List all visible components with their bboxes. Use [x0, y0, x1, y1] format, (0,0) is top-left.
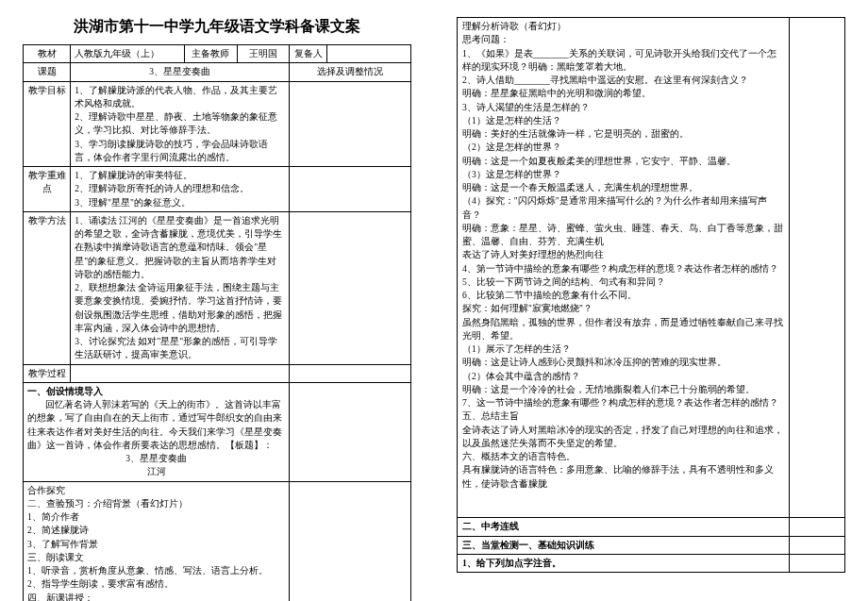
value-topic: 3、星星变奏曲 — [71, 63, 290, 81]
analysis-line: 表达了诗人对美好理想的热烈向往 — [462, 248, 784, 261]
analysis-line: （1）展示了怎样的生活？ — [462, 342, 784, 356]
value-textbook: 人教版九年级（上） — [71, 45, 185, 63]
value-methods: 1、诵读法 江河的《星星变奏曲》是一首追求光明的希望之歌，全诗含蓄朦胧，意境优美… — [71, 211, 290, 364]
right-side-4 — [790, 555, 844, 572]
label-process: 教学过程 — [24, 364, 71, 382]
coop-line-2: 2、简述朦胧诗 — [27, 524, 285, 537]
analysis-line: 明确：意象：星星、诗、蜜蜂、萤火虫、睡莲、春天、鸟、白丁香等意象，甜蜜、温馨、自… — [462, 222, 784, 249]
analysis-line: 理解分析诗歌（看幻灯） — [462, 20, 784, 33]
value-teacher: 王明国 — [237, 45, 289, 63]
coop-line-1: 1、简介作者 — [27, 510, 285, 524]
analysis-line: 5、比较一下两节诗之间的结构、句式有和异同？ — [462, 275, 784, 289]
analysis-line: （1）这是怎样的生活？ — [462, 114, 784, 127]
analysis-line: 2、诗人借助________寻找黑暗中遥远的安慰。在这里有何深刻含义？ — [462, 74, 784, 87]
right-side-2 — [790, 518, 844, 535]
analysis-line: （3）这是怎样的世界？ — [462, 168, 784, 181]
label-adjust: 选择及调整情况 — [290, 63, 411, 81]
doc-title: 洪湖市第十一中学九年级语文学科备课文案 — [23, 17, 411, 37]
label-reviewer: 复备人 — [290, 45, 327, 63]
left-page: 洪湖市第十一中学九年级语文学科备课文案 教材 人教版九年级（上） 主备教师 王明… — [0, 0, 434, 601]
analysis-line: 4、第一节诗中描绘的意象有哪些？构成怎样的意境？表达作者怎样的感情？ — [462, 262, 784, 275]
adjust-goals — [290, 81, 411, 167]
row-pinyin: 1、给下列加点字注音。 — [458, 555, 844, 572]
right-table: 理解分析诗歌（看幻灯）思考问题：1、《如果》是表________关系的关联词，可… — [457, 17, 845, 573]
adjust-coop — [290, 481, 411, 601]
pinyin-label: 1、给下列加点字注音。 — [458, 555, 790, 572]
analysis-line: 明确：这是让诗人感到心灵颤抖和冰冷压抑的苦难的现实世界。 — [462, 356, 784, 369]
label-topic: 课题 — [24, 63, 71, 81]
label-methods: 教学方法 — [24, 211, 71, 364]
analysis-cell: 理解分析诗歌（看幻灯）思考问题：1、《如果》是表________关系的关联词，可… — [458, 18, 790, 517]
analysis-line: 7、这一节诗中描绘的意象有哪些？构成怎样的意境？表达作者怎样的感情？ — [462, 396, 784, 409]
row-intro: 一、创设情境导入 回忆著名诗人郭沫若写的《天上的街市》。这首诗以丰富的想象，写了… — [24, 382, 411, 481]
right-main-row: 理解分析诗歌（看幻灯）思考问题：1、《如果》是表________关系的关联词，可… — [458, 18, 844, 518]
right-side-3 — [790, 537, 844, 554]
analysis-line: （2）这是怎样的世界？ — [462, 141, 784, 154]
coop-line-3: 3、了解写作背景 — [27, 538, 285, 551]
test-label: 三、当堂检测一、基础知识训练 — [458, 537, 790, 554]
value-diff: 1、了解朦胧诗的审美特征。 2、理解诗歌所寄托的诗人的理想和信念。 3、理解"星… — [71, 167, 290, 212]
analysis-line: 具有朦胧诗的语言特色：多用意象、比喻的修辞手法，具有不透明性和多义性，使诗歌含蓄… — [462, 463, 784, 491]
analysis-line: 1、《如果》是表________关系的关联词，可见诗歌开头给我们交代了一个怎样的… — [462, 47, 784, 75]
coop-line-6: 2、指导学生朗读，要求富有感情。 — [27, 577, 285, 591]
intro-body: 回忆著名诗人郭沫若写的《天上的街市》。这首诗以丰富的想象，写了自由自在的天上街市… — [27, 398, 285, 452]
coop-heading: 合作探究 — [27, 484, 285, 497]
analysis-line: 明确：星星象征黑暗中的光明和微润的希望。 — [462, 87, 784, 100]
value-process-blank — [71, 364, 290, 382]
intro-center1: 3、星星变奏曲 — [27, 452, 285, 465]
coop-line-4: 三、朗读课文 — [27, 551, 285, 564]
row-goals: 教学目标 1、了解朦胧诗派的代表人物、作品，及其主要艺术风格和成就。 2、理解诗… — [24, 81, 411, 167]
coop-cell: 合作探究 二、查验预习：介绍背景（看幻灯片） 1、简介作者 2、简述朦胧诗 3、… — [24, 481, 290, 601]
right-page: 理解分析诗歌（看幻灯）思考问题：1、《如果》是表________关系的关联词，可… — [434, 0, 868, 601]
intro-center2: 江河 — [27, 465, 285, 478]
analysis-line: 六、概括本文的语言特色。 — [462, 450, 784, 463]
intro-cell: 一、创设情境导入 回忆著名诗人郭沫若写的《天上的街市》。这首诗以丰富的想象，写了… — [24, 382, 290, 481]
analysis-line: 明确：美好的生活就像诗一样，它是明亮的，甜蜜的。 — [462, 127, 784, 141]
analysis-line: 明确：这是一个冷冷的社会，无情地撕裂着人们本已十分脆弱的希望。 — [462, 383, 784, 396]
adjust-intro — [290, 382, 411, 481]
analysis-line: （2）体会其中蕴含的感情？ — [462, 370, 784, 383]
exam-link-label: 二、中考连线 — [458, 518, 790, 535]
row-difficulties: 教学重难点 1、了解朦胧诗的审美特征。 2、理解诗歌所寄托的诗人的理想和信念。 … — [24, 167, 411, 212]
label-textbook: 教材 — [24, 45, 71, 63]
row-process-label: 教学过程 — [24, 364, 411, 382]
lesson-plan-table: 教材 人教版九年级（上） 主备教师 王明国 复备人 课题 3、星星变奏曲 选择及… — [23, 44, 411, 601]
analysis-line: 明确：这是一个春天般温柔迷人，充满生机的理想世界。 — [462, 181, 784, 194]
analysis-line: 思考问题： — [462, 33, 784, 46]
label-diff: 教学重难点 — [24, 167, 71, 212]
row-exam-link: 二、中考连线 — [458, 518, 844, 536]
right-side-1 — [790, 18, 844, 517]
label-goals: 教学目标 — [24, 81, 71, 167]
coop-line-5: 1、听录音，赏析角度从意象、情感、写法、语言上分析。 — [27, 564, 285, 577]
analysis-line: 明确：这是一个如夏夜般柔美的理想世界，它安宁、平静、温馨。 — [462, 155, 784, 168]
adjust-process-blank — [290, 364, 411, 382]
adjust-methods — [290, 211, 411, 364]
row-coop: 合作探究 二、查验预习：介绍背景（看幻灯片） 1、简介作者 2、简述朦胧诗 3、… — [24, 481, 411, 601]
row-topic: 课题 3、星星变奏曲 选择及调整情况 — [24, 63, 411, 81]
analysis-line: 探究：如何理解"寂寞地燃烧"？ — [462, 302, 784, 315]
analysis-line: （4）探究："闪闪烁烁"是通常用来描写什么的？为什么作者却用来描写声音？ — [462, 194, 784, 222]
analysis-line: 全诗表达了诗人对黑暗冰冷的现实的否定，抒发了自己对理想的向往和追求，以及虽然迷茫… — [462, 424, 784, 451]
coop-line-7: 四、新课讲授： — [27, 592, 285, 602]
coop-line-0: 二、查验预习：介绍背景（看幻灯片） — [27, 497, 285, 510]
value-reviewer — [327, 45, 411, 63]
analysis-line: 3、诗人渴望的生活是怎样的？ — [462, 101, 784, 114]
row-textbook: 教材 人教版九年级（上） 主备教师 王明国 复备人 — [24, 45, 411, 63]
row-test: 三、当堂检测一、基础知识训练 — [458, 537, 844, 555]
row-methods: 教学方法 1、诵读法 江河的《星星变奏曲》是一首追求光明的希望之歌，全诗含蓄朦胧… — [24, 211, 411, 364]
intro-heading: 一、创设情境导入 — [27, 385, 285, 398]
analysis-line: 6、比较第二节中描绘的意象有什么不同。 — [462, 289, 784, 302]
analysis-line: 虽然身陷黑暗，孤独的世界，但作者没有放弃，而是通过牺牲奉献自己来寻找光明、希望。 — [462, 316, 784, 343]
analysis-line: 五、总结主旨 — [462, 409, 784, 423]
label-teacher: 主备教师 — [185, 45, 237, 63]
adjust-diff — [290, 167, 411, 212]
value-goals: 1、了解朦胧诗派的代表人物、作品，及其主要艺术风格和成就。 2、理解诗歌中星星、… — [71, 81, 290, 167]
